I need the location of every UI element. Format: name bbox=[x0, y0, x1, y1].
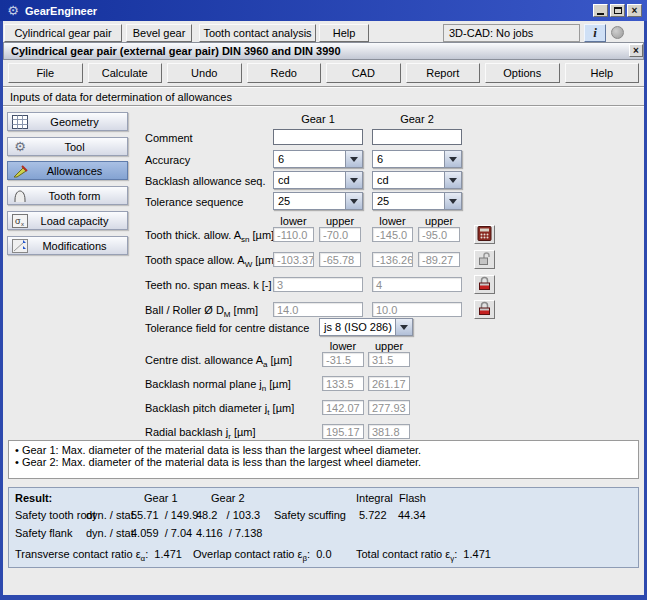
sidebar-item-modifications[interactable]: Modifications bbox=[7, 236, 128, 255]
tooth-space-label: Tooth space allow. AW [µm] bbox=[145, 254, 277, 269]
button-label: Options bbox=[503, 67, 541, 79]
g1-lower-header: lower bbox=[273, 215, 314, 227]
calculate-button[interactable]: Calculate bbox=[88, 63, 163, 83]
g1-upper-header: upper bbox=[319, 215, 361, 227]
menu-label: Tooth contact analysis bbox=[203, 27, 311, 39]
menu-bevel-gear[interactable]: Bevel gear bbox=[126, 24, 192, 42]
sigma-icon: σx bbox=[10, 213, 30, 229]
diagram-icon bbox=[10, 238, 30, 254]
sidebar-item-allowances[interactable]: Allowances bbox=[7, 161, 128, 180]
sidebar-item-tooth-form[interactable]: Tooth form bbox=[7, 186, 128, 205]
gear-icon: ⚙ bbox=[10, 139, 30, 155]
subwindow-title-bar: Cylindrical gear pair (external gear pai… bbox=[3, 42, 644, 60]
cad-status-text: 3D-CAD: No jobs bbox=[449, 27, 533, 39]
minimize-button[interactable] bbox=[593, 4, 608, 17]
backlash-seq-gear1-select[interactable]: cd bbox=[273, 171, 363, 189]
gear1-header: Gear 1 bbox=[273, 113, 363, 125]
safety-tooth-root-label: Safety tooth root bbox=[15, 509, 96, 521]
sidebar-item-label: Tooth form bbox=[30, 190, 127, 202]
menu-label: Bevel gear bbox=[133, 27, 186, 39]
backlash-pitch-label: Backlash pitch diameter jt [µm] bbox=[145, 402, 294, 417]
sidebar-item-label: Geometry bbox=[30, 116, 127, 128]
divider bbox=[3, 105, 644, 107]
sidebar-item-label: Tool bbox=[30, 141, 127, 153]
span-teeth-lock-button[interactable] bbox=[474, 275, 495, 294]
ball-roller-label: Ball / Roller Ø DM [mm] bbox=[145, 304, 258, 319]
accuracy-label: Accuracy bbox=[145, 154, 190, 166]
close-icon: × bbox=[633, 46, 639, 56]
comment-gear1-input[interactable] bbox=[273, 129, 363, 145]
span-teeth-gear2-field: 4 bbox=[372, 277, 462, 292]
gear2-header: Gear 2 bbox=[372, 113, 462, 125]
table-grid-icon bbox=[10, 114, 30, 130]
menu-help[interactable]: Help bbox=[319, 24, 369, 42]
menu-tooth-contact-analysis[interactable]: Tooth contact analysis bbox=[199, 24, 316, 42]
sidebar-item-load-capacity[interactable]: σx Load capacity bbox=[7, 211, 128, 230]
overlap-contact-ratio: Overlap contact ratio εβ: 0.0 bbox=[193, 548, 332, 563]
sidebar-item-tool[interactable]: ⚙ Tool bbox=[7, 137, 128, 156]
button-label: Redo bbox=[271, 67, 297, 79]
options-button[interactable]: Options bbox=[485, 63, 560, 83]
button-label: Undo bbox=[191, 67, 217, 79]
tolerance-seq-gear2-select[interactable]: 25 bbox=[372, 192, 462, 210]
button-label: CAD bbox=[352, 67, 375, 79]
result-integral-header: Integral bbox=[356, 492, 393, 504]
ball-roller-gear1-field: 14.0 bbox=[273, 302, 363, 317]
info-button[interactable]: i bbox=[584, 24, 606, 42]
radial-backlash-lower-field: 195.17 bbox=[322, 424, 364, 439]
close-button[interactable]: × bbox=[627, 4, 642, 17]
chevron-down-icon[interactable] bbox=[444, 193, 461, 209]
ball-roller-lock-button[interactable] bbox=[474, 300, 495, 319]
sidebar-item-label: Allowances bbox=[30, 165, 127, 177]
cad-status-box: 3D-CAD: No jobs bbox=[443, 24, 580, 42]
result-title: Result: bbox=[15, 492, 52, 504]
safety-tooth-root-gear1-value: 55.71 / 149.9 bbox=[131, 509, 198, 521]
chevron-down-icon[interactable] bbox=[444, 172, 461, 188]
chevron-down-icon[interactable] bbox=[345, 172, 362, 188]
tooth-space-g2-upper-field: -89.27 bbox=[418, 252, 460, 267]
calculator-icon bbox=[477, 226, 492, 243]
report-button[interactable]: Report bbox=[406, 63, 481, 83]
undo-button[interactable]: Undo bbox=[167, 63, 242, 83]
backlash-pitch-lower-field: 142.07 bbox=[322, 400, 364, 415]
subwindow-close-button[interactable]: × bbox=[629, 44, 643, 57]
tol-field-select[interactable]: js 8 (ISO 286) bbox=[319, 318, 413, 336]
centre-upper-header: upper bbox=[368, 340, 410, 352]
tol-field-value: js 8 (ISO 286) bbox=[324, 321, 392, 333]
tol-field-label: Tolerance field for centre distance bbox=[145, 322, 309, 334]
warning-box: • Gear 1: Max. diameter of the material … bbox=[8, 440, 639, 479]
backlash-seq-gear2-select[interactable]: cd bbox=[372, 171, 462, 189]
ball-roller-gear2-field: 10.0 bbox=[372, 302, 462, 317]
result-flash-header: Flash bbox=[399, 492, 426, 504]
tolerance-seq-gear1-select[interactable]: 25 bbox=[273, 192, 363, 210]
accuracy-gear2-select[interactable]: 6 bbox=[372, 150, 462, 168]
chevron-down-icon[interactable] bbox=[345, 193, 362, 209]
tooth-space-lock-button[interactable] bbox=[474, 250, 495, 269]
accuracy-gear1-select[interactable]: 6 bbox=[273, 150, 363, 168]
file-button[interactable]: File bbox=[8, 63, 83, 83]
backlash-pitch-upper-field: 277.93 bbox=[368, 400, 410, 415]
cad-button[interactable]: CAD bbox=[326, 63, 401, 83]
tooth-thick-g2-lower-field: -145.0 bbox=[372, 227, 413, 242]
toolbar: File Calculate Undo Redo CAD Report Opti… bbox=[8, 63, 639, 83]
comment-gear2-input[interactable] bbox=[372, 129, 462, 145]
ruler-pencil-icon bbox=[10, 163, 30, 179]
maximize-icon bbox=[614, 7, 622, 14]
chevron-down-icon[interactable] bbox=[345, 151, 362, 167]
tolerance-seq-gear2-value: 25 bbox=[377, 195, 389, 207]
result-box: Result: Gear 1 Gear 2 Integral Flash Saf… bbox=[8, 487, 639, 568]
comment-label: Comment bbox=[145, 132, 193, 144]
redo-button[interactable]: Redo bbox=[247, 63, 322, 83]
chevron-down-icon[interactable] bbox=[395, 319, 412, 335]
tooth-space-g1-upper-field: -65.78 bbox=[319, 252, 361, 267]
tooth-thick-calculator-button[interactable] bbox=[474, 225, 495, 244]
sidebar-item-geometry[interactable]: Geometry bbox=[7, 112, 128, 131]
safety-scuffing-label: Safety scuffing bbox=[274, 509, 346, 521]
lock-closed-icon bbox=[477, 301, 492, 318]
help-button[interactable]: Help bbox=[565, 63, 640, 83]
maximize-button[interactable] bbox=[610, 4, 625, 17]
chevron-down-icon[interactable] bbox=[444, 151, 461, 167]
window-title: GearEngineer bbox=[25, 5, 97, 17]
divider bbox=[3, 86, 644, 88]
menu-cylindrical-gear-pair[interactable]: Cylindrical gear pair bbox=[4, 24, 122, 42]
